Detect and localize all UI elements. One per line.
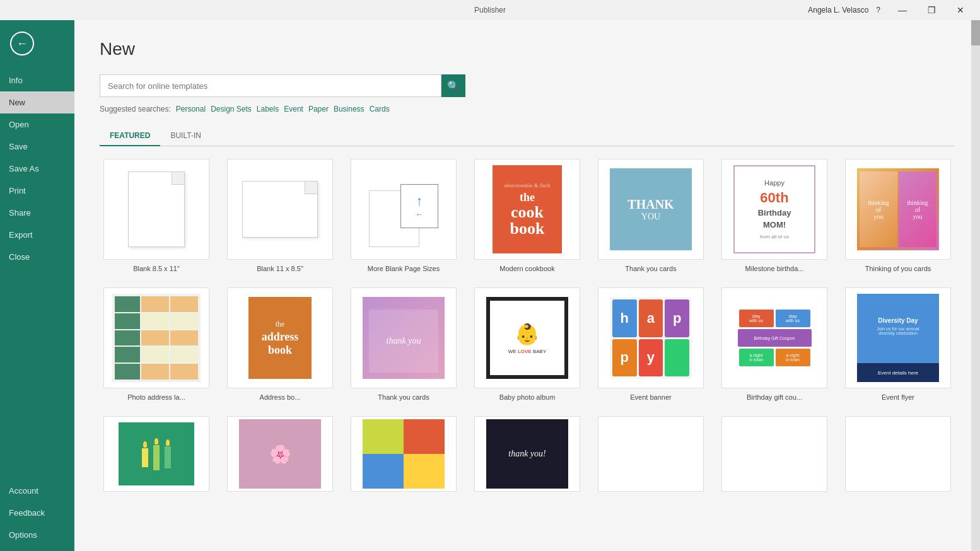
app-layout: ← Info New Open Save Save As Print Share: [0, 20, 980, 551]
window-controls: — ❐ ✕: [888, 0, 975, 20]
minimize-button[interactable]: —: [888, 0, 917, 20]
page-title: New: [100, 39, 955, 59]
template-blank7[interactable]: [841, 416, 955, 497]
template-thumb-blank-landscape: [227, 159, 333, 260]
tab-builtin[interactable]: BUILT-IN: [160, 126, 211, 146]
template-label-thinking: Thinking of you cards: [865, 265, 931, 272]
template-thumb-photo-addr: [103, 287, 209, 388]
template-cookbook[interactable]: abercrombie & fitch the cook book Modern…: [470, 159, 584, 272]
sidebar-item-print[interactable]: Print: [0, 180, 74, 202]
search-icon: 🔍: [447, 80, 460, 92]
template-thumb-blank5: [598, 416, 704, 492]
sidebar-item-options[interactable]: Options: [0, 524, 74, 546]
suggested-label: Suggested searches:: [100, 105, 171, 113]
template-thumb-milestone: Happy 60th Birthday MOM! from all of us: [721, 159, 827, 260]
template-thumb-baby: 👶 WE LOVE BABY: [474, 287, 580, 388]
template-thumb-diversity: Diversity Day Join us for our annualdive…: [845, 287, 951, 388]
template-blank-landscape[interactable]: Blank 11 x 8.5": [223, 159, 337, 272]
template-addrbook[interactable]: the address book Address bo...: [223, 287, 337, 401]
template-more-blank[interactable]: ↑ ← More Blank Page Sizes: [347, 159, 460, 272]
sidebar-bottom: Account Feedback Options: [0, 480, 74, 551]
suggested-cards[interactable]: Cards: [370, 105, 390, 113]
template-gift[interactable]: staywith us staywith us Birthday Gift Co…: [718, 287, 831, 401]
template-photo-collage[interactable]: 🌸: [223, 416, 337, 497]
cookbook-brand: abercrombie & fitch: [505, 182, 551, 188]
template-thumb-blank6: [721, 416, 827, 492]
template-blank6[interactable]: [718, 416, 831, 497]
search-input[interactable]: [100, 74, 441, 97]
template-thumb-cookbook: abercrombie & fitch the cook book: [474, 159, 580, 260]
template-label-thankyou: Thank you cards: [625, 265, 676, 272]
template-dark-ty[interactable]: thank you!: [470, 416, 584, 497]
back-button[interactable]: ←: [5, 26, 39, 61]
template-thumb-colorful: [351, 416, 457, 492]
template-thumb-thinking: thinkingofyou thinkingofyou: [845, 159, 951, 260]
template-baby[interactable]: 👶 WE LOVE BABY Baby photo album: [470, 287, 584, 401]
template-label-blank-portrait: Blank 8.5 x 11": [133, 265, 180, 272]
suggested-labels[interactable]: Labels: [257, 105, 279, 113]
template-grid-row2: Photo address la... the address book Add…: [100, 287, 955, 401]
back-circle-icon: ←: [10, 32, 34, 55]
template-thumb-blank7: [845, 416, 951, 492]
suggested-business[interactable]: Business: [334, 105, 365, 113]
template-thankyou2[interactable]: thank you Thank you cards: [347, 287, 460, 401]
template-diversity[interactable]: Diversity Day Join us for our annualdive…: [841, 287, 955, 401]
template-milestone[interactable]: Happy 60th Birthday MOM! from all of us …: [718, 159, 831, 272]
template-thumb-event-banner: h a p p y: [598, 287, 704, 388]
template-label-blank-landscape: Blank 11 x 8.5": [257, 265, 303, 272]
template-label-diversity: Event flyer: [882, 393, 914, 401]
template-grid-row3: 🌸 thank: [100, 416, 955, 497]
tab-featured[interactable]: FEATURED: [100, 126, 160, 146]
search-button[interactable]: 🔍: [441, 74, 465, 97]
close-button[interactable]: ✕: [946, 0, 975, 20]
sidebar-item-export[interactable]: Export: [0, 224, 74, 246]
suggested-event[interactable]: Event: [284, 105, 303, 113]
sidebar-item-save[interactable]: Save: [0, 136, 74, 158]
sidebar-item-account[interactable]: Account: [0, 480, 74, 502]
template-label-milestone: Milestone birthda...: [745, 265, 804, 272]
template-candles[interactable]: [100, 416, 213, 497]
sidebar-item-saveas[interactable]: Save As: [0, 158, 74, 180]
sidebar-item-feedback[interactable]: Feedback: [0, 502, 74, 524]
template-thumb-thankyou: THANK YOU: [598, 159, 704, 260]
help-button[interactable]: ?: [876, 6, 880, 14]
template-thumb-addrbook: the address book: [227, 287, 333, 388]
template-thankyou[interactable]: THANK YOU Thank you cards: [594, 159, 708, 272]
sidebar-item-open[interactable]: Open: [0, 113, 74, 136]
template-thumb-more-blank: ↑ ←: [351, 159, 457, 260]
template-label-gift: Birthday gift cou...: [747, 393, 802, 401]
template-label-photo-addr: Photo address la...: [127, 393, 185, 401]
sidebar-item-close[interactable]: Close: [0, 246, 74, 268]
template-thumb-dark-ty: thank you!: [474, 416, 580, 492]
template-blank5[interactable]: [594, 416, 708, 497]
restore-button[interactable]: ❐: [917, 0, 946, 20]
template-thumb-photo-collage: 🌸: [227, 416, 333, 492]
sidebar: ← Info New Open Save Save As Print Share: [0, 20, 74, 551]
scrollbar-thumb[interactable]: [971, 20, 980, 45]
titlebar: Publisher Angela L. Velasco ? — ❐ ✕: [0, 0, 980, 20]
template-blank-portrait[interactable]: Blank 8.5 x 11": [100, 159, 213, 272]
template-photo-addr[interactable]: Photo address la...: [100, 287, 213, 401]
template-label-event-banner: Event banner: [630, 393, 671, 401]
template-grid-row1: Blank 8.5 x 11" Blank 11 x 8.5": [100, 159, 955, 272]
main-content: New 🔍 Suggested searches: Personal Desig…: [74, 20, 980, 551]
template-label-thankyou2: Thank you cards: [378, 393, 429, 401]
suggested-designsets[interactable]: Design Sets: [211, 105, 252, 113]
scrollbar-track[interactable]: [971, 20, 980, 551]
search-container: 🔍: [100, 74, 465, 97]
template-thumb-gift: staywith us staywith us Birthday Gift Co…: [721, 287, 827, 388]
suggested-personal[interactable]: Personal: [176, 105, 206, 113]
template-thumb-candles: [103, 416, 209, 492]
template-thinking[interactable]: thinkingofyou thinkingofyou Thinking of …: [841, 159, 955, 272]
user-name: Angela L. Velasco: [808, 6, 868, 14]
app-title: Publisher: [474, 6, 506, 14]
template-label-more-blank: More Blank Page Sizes: [368, 265, 440, 272]
tabs-container: FEATURED BUILT-IN: [100, 126, 955, 146]
sidebar-item-new[interactable]: New: [0, 91, 74, 113]
template-event-banner[interactable]: h a p p y Event banner: [594, 287, 708, 401]
suggested-paper[interactable]: Paper: [308, 105, 329, 113]
template-colorful[interactable]: [347, 416, 460, 497]
sidebar-item-share[interactable]: Share: [0, 202, 74, 224]
sidebar-item-info[interactable]: Info: [0, 69, 74, 91]
sidebar-nav: Info New Open Save Save As Print Share E…: [0, 69, 74, 480]
